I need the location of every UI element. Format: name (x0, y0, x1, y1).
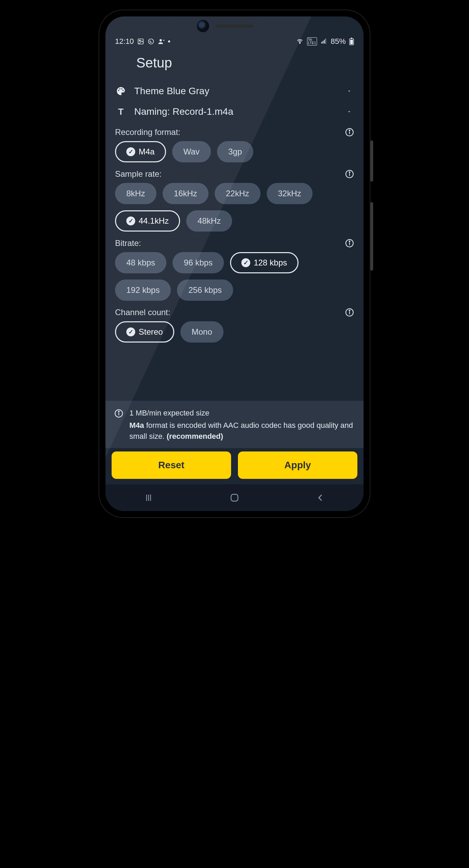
info-icon[interactable] (345, 170, 354, 178)
format-title: Recording format: (115, 127, 180, 137)
svg-rect-6 (322, 41, 323, 44)
svg-point-14 (349, 130, 350, 131)
bitrate-option[interactable]: 96 kbps (173, 252, 224, 273)
battery-text: 85% (331, 37, 346, 46)
svg-point-1 (139, 40, 140, 41)
sample_rate-option[interactable]: 16kHz (163, 183, 208, 204)
chip-label: 96 kbps (184, 258, 213, 268)
system-nav-bar (105, 484, 364, 511)
chip-label: 192 kbps (126, 285, 160, 295)
sample_rate-option[interactable]: ✓44.1kHz (115, 210, 180, 232)
svg-rect-10 (350, 40, 353, 44)
format-description: M4a format is encoded with AAC audio cod… (129, 420, 355, 442)
check-icon: ✓ (126, 147, 135, 156)
bitrate-option[interactable]: ✓128 kbps (230, 252, 298, 273)
action-bar: Reset Apply (105, 448, 364, 484)
info-icon (114, 408, 123, 418)
home-button[interactable] (221, 493, 248, 503)
svg-point-23 (349, 310, 350, 311)
page-title: Setup (105, 49, 364, 81)
bitrate-option[interactable]: 256 kbps (177, 280, 233, 301)
chip-label: 256 kbps (188, 285, 221, 295)
channel-title: Channel count: (115, 308, 170, 317)
reset-button[interactable]: Reset (112, 451, 231, 479)
chip-label: Wav (183, 147, 200, 157)
sample_rate-option[interactable]: 32kHz (267, 183, 313, 204)
palette-icon (115, 86, 127, 96)
svg-rect-30 (231, 494, 238, 501)
chip-label: 48kHz (198, 216, 221, 226)
chip-label: 8kHz (126, 189, 145, 198)
svg-point-20 (349, 241, 350, 242)
svg-point-2 (149, 39, 154, 44)
wifi-icon (296, 38, 304, 45)
format-option[interactable]: 3gp (217, 141, 253, 162)
svg-rect-5 (321, 42, 322, 44)
info-icon[interactable] (345, 239, 354, 248)
chip-label: 48 kbps (126, 258, 155, 268)
chevron-down-icon (346, 88, 352, 94)
chevron-down-icon (346, 109, 352, 114)
naming-row[interactable]: T Naming: Record-1.m4a (105, 101, 364, 122)
svg-point-4 (300, 42, 301, 44)
sample_rate-option[interactable]: 48kHz (186, 210, 232, 232)
chip-label: 22kHz (226, 189, 249, 198)
status-bar: 12:10 VoLTE1 85% (105, 16, 364, 49)
chip-label: 44.1kHz (139, 216, 169, 226)
content-area: Setup Theme Blue Gray T Naming: Record-1… (105, 49, 364, 511)
chip-label: 16kHz (174, 189, 197, 198)
chip-label: M4a (139, 147, 155, 157)
svg-rect-7 (324, 40, 325, 44)
chip-label: Stereo (139, 327, 163, 337)
format-section: Recording format: ✓M4aWav3gp (105, 122, 364, 164)
sample_rate-option[interactable]: 22kHz (215, 183, 261, 204)
format-chips: ✓M4aWav3gp (115, 141, 354, 162)
chip-label: 128 kbps (254, 258, 287, 268)
check-icon: ✓ (241, 258, 250, 267)
chip-label: 3gp (228, 147, 242, 157)
info-icon[interactable] (345, 308, 354, 317)
text-icon: T (115, 107, 127, 117)
svg-point-17 (349, 172, 350, 173)
phone-frame: 12:10 VoLTE1 85% (99, 10, 370, 517)
dot-icon (168, 40, 170, 42)
samplerate-section: Sample rate: 8kHz16kHz22kHz32kHz✓44.1kHz… (105, 164, 364, 233)
status-time: 12:10 (115, 37, 134, 46)
chip-label: Mono (192, 327, 212, 337)
check-icon: ✓ (126, 216, 135, 225)
volte-icon: VoLTE1 (307, 37, 317, 46)
recents-button[interactable] (135, 493, 162, 503)
samplerate-title: Sample rate: (115, 169, 162, 179)
bitrate-option[interactable]: 48 kbps (115, 252, 166, 273)
person-add-icon (158, 38, 165, 45)
bitrate-option[interactable]: 192 kbps (115, 280, 171, 301)
speaker-grill (216, 25, 253, 27)
screen: 12:10 VoLTE1 85% (105, 16, 364, 511)
theme-row[interactable]: Theme Blue Gray (105, 81, 364, 101)
expected-size-text: 1 MB/min expected size (129, 408, 355, 419)
bitrate-chips: 48 kbps96 kbps✓128 kbps192 kbps256 kbps (115, 252, 354, 301)
channel-section: Channel count: ✓StereoMono (105, 302, 364, 344)
channel-chips: ✓StereoMono (115, 321, 354, 343)
svg-point-26 (118, 411, 119, 412)
front-camera (197, 20, 209, 32)
channel-option[interactable]: ✓Stereo (115, 321, 174, 343)
channel-option[interactable]: Mono (180, 321, 224, 343)
battery-icon (349, 38, 354, 45)
sample_rate-option[interactable]: 8kHz (115, 183, 156, 204)
info-icon[interactable] (345, 128, 354, 137)
image-icon (137, 38, 144, 45)
whatsapp-icon (148, 38, 154, 45)
back-button[interactable] (307, 493, 334, 503)
samplerate-chips: 8kHz16kHz22kHz32kHz✓44.1kHz48kHz (115, 183, 354, 232)
apply-button[interactable]: Apply (238, 451, 357, 479)
format-option[interactable]: Wav (172, 141, 211, 162)
format-name: M4a (129, 421, 144, 430)
volume-button (370, 140, 373, 182)
chip-label: 32kHz (278, 189, 301, 198)
bitrate-title: Bitrate: (115, 238, 141, 248)
svg-point-3 (160, 39, 162, 41)
svg-rect-11 (351, 38, 352, 39)
format-option[interactable]: ✓M4a (115, 141, 166, 162)
svg-rect-8 (325, 39, 326, 44)
